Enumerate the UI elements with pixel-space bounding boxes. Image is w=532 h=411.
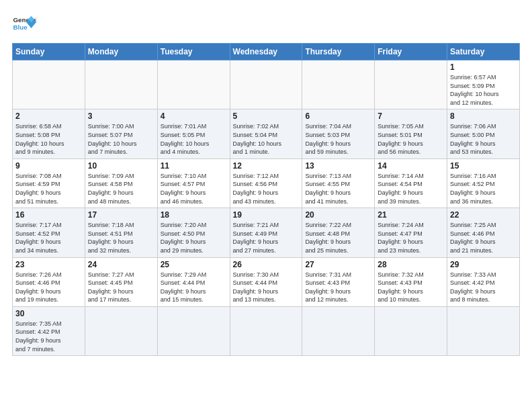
calendar-cell: [302, 306, 375, 355]
calendar-cell: 15Sunrise: 7:16 AM Sunset: 4:52 PM Dayli…: [447, 158, 520, 208]
calendar-cell: 29Sunrise: 7:33 AM Sunset: 4:42 PM Dayli…: [447, 257, 520, 306]
day-number: 21: [378, 210, 444, 220]
day-number: 5: [233, 111, 300, 121]
calendar-cell: [375, 60, 447, 109]
calendar-cell: [13, 60, 85, 109]
calendar-cell: 25Sunrise: 7:29 AM Sunset: 4:44 PM Dayli…: [157, 257, 230, 306]
calendar-cell: [230, 60, 302, 109]
day-number: 12: [233, 161, 300, 171]
day-info: Sunrise: 7:29 AM Sunset: 4:44 PM Dayligh…: [161, 271, 227, 304]
day-info: Sunrise: 7:13 AM Sunset: 4:55 PM Dayligh…: [305, 172, 371, 205]
calendar-cell: 1Sunrise: 6:57 AM Sunset: 5:09 PM Daylig…: [447, 60, 520, 109]
calendar-cell: 18Sunrise: 7:20 AM Sunset: 4:50 PM Dayli…: [157, 208, 230, 257]
weekday-header-tuesday: Tuesday: [157, 44, 230, 60]
day-info: Sunrise: 7:26 AM Sunset: 4:46 PM Dayligh…: [15, 271, 82, 304]
calendar-row-3: 16Sunrise: 7:17 AM Sunset: 4:52 PM Dayli…: [13, 208, 520, 257]
calendar-cell: 27Sunrise: 7:31 AM Sunset: 4:43 PM Dayli…: [302, 257, 375, 306]
day-info: Sunrise: 7:09 AM Sunset: 4:58 PM Dayligh…: [88, 172, 154, 205]
calendar-cell: 14Sunrise: 7:14 AM Sunset: 4:54 PM Dayli…: [375, 158, 447, 208]
day-info: Sunrise: 7:02 AM Sunset: 5:04 PM Dayligh…: [233, 122, 300, 156]
day-number: 17: [88, 210, 154, 220]
calendar-cell: 6Sunrise: 7:04 AM Sunset: 5:03 PM Daylig…: [302, 109, 375, 158]
calendar-cell: 13Sunrise: 7:13 AM Sunset: 4:55 PM Dayli…: [302, 158, 375, 208]
day-info: Sunrise: 7:06 AM Sunset: 5:00 PM Dayligh…: [450, 122, 517, 156]
day-number: 29: [450, 260, 517, 269]
day-info: Sunrise: 7:35 AM Sunset: 4:42 PM Dayligh…: [15, 320, 82, 353]
day-info: Sunrise: 7:24 AM Sunset: 4:47 PM Dayligh…: [378, 221, 444, 255]
calendar-cell: 30Sunrise: 7:35 AM Sunset: 4:42 PM Dayli…: [13, 306, 85, 355]
weekday-header-saturday: Saturday: [447, 44, 520, 60]
calendar-cell: 11Sunrise: 7:10 AM Sunset: 4:57 PM Dayli…: [157, 158, 230, 208]
calendar-cell: [85, 306, 157, 355]
day-number: 20: [305, 210, 371, 220]
day-number: 1: [450, 62, 517, 72]
calendar-cell: [157, 306, 230, 355]
calendar-cell: 12Sunrise: 7:12 AM Sunset: 4:56 PM Dayli…: [230, 158, 302, 208]
calendar-cell: [375, 306, 447, 355]
day-number: 2: [15, 111, 82, 121]
day-info: Sunrise: 7:31 AM Sunset: 4:43 PM Dayligh…: [305, 271, 371, 304]
day-info: Sunrise: 7:05 AM Sunset: 5:01 PM Dayligh…: [378, 122, 444, 156]
day-info: Sunrise: 7:32 AM Sunset: 4:43 PM Dayligh…: [378, 271, 444, 304]
calendar-cell: 17Sunrise: 7:18 AM Sunset: 4:51 PM Dayli…: [85, 208, 157, 257]
day-info: Sunrise: 7:00 AM Sunset: 5:07 PM Dayligh…: [88, 122, 154, 156]
weekday-header-monday: Monday: [85, 44, 157, 60]
day-info: Sunrise: 7:25 AM Sunset: 4:46 PM Dayligh…: [450, 221, 517, 255]
day-info: Sunrise: 7:01 AM Sunset: 5:05 PM Dayligh…: [161, 122, 227, 156]
day-info: Sunrise: 7:08 AM Sunset: 4:59 PM Dayligh…: [15, 172, 82, 205]
day-info: Sunrise: 7:12 AM Sunset: 4:56 PM Dayligh…: [233, 172, 300, 205]
day-number: 10: [88, 161, 154, 171]
calendar-cell: [85, 60, 157, 109]
day-info: Sunrise: 7:27 AM Sunset: 4:45 PM Dayligh…: [88, 271, 154, 304]
day-number: 23: [15, 260, 82, 269]
day-number: 19: [233, 210, 300, 220]
day-info: Sunrise: 6:57 AM Sunset: 5:09 PM Dayligh…: [450, 73, 517, 107]
day-info: Sunrise: 7:04 AM Sunset: 5:03 PM Dayligh…: [305, 122, 371, 156]
weekday-header-thursday: Thursday: [302, 44, 375, 60]
day-number: 9: [15, 161, 82, 171]
calendar-cell: 19Sunrise: 7:21 AM Sunset: 4:49 PM Dayli…: [230, 208, 302, 257]
day-number: 15: [450, 161, 517, 171]
day-number: 30: [15, 309, 82, 318]
weekday-header-row: SundayMondayTuesdayWednesdayThursdayFrid…: [13, 44, 520, 60]
day-number: 8: [450, 111, 517, 121]
day-number: 16: [15, 210, 82, 220]
day-info: Sunrise: 7:16 AM Sunset: 4:52 PM Dayligh…: [450, 172, 517, 205]
calendar-cell: [230, 306, 302, 355]
calendar-cell: 26Sunrise: 7:30 AM Sunset: 4:44 PM Dayli…: [230, 257, 302, 306]
svg-text:Blue: Blue: [13, 24, 28, 31]
calendar-cell: 21Sunrise: 7:24 AM Sunset: 4:47 PM Dayli…: [375, 208, 447, 257]
calendar-cell: [447, 306, 520, 355]
logo: General Blue: [12, 12, 36, 36]
day-number: 11: [161, 161, 227, 171]
day-number: 26: [233, 260, 300, 269]
day-info: Sunrise: 7:17 AM Sunset: 4:52 PM Dayligh…: [15, 221, 82, 255]
day-number: 28: [378, 260, 444, 269]
day-number: 4: [161, 111, 227, 121]
calendar-cell: 22Sunrise: 7:25 AM Sunset: 4:46 PM Dayli…: [447, 208, 520, 257]
weekday-header-sunday: Sunday: [13, 44, 85, 60]
header: General Blue: [12, 12, 520, 36]
day-info: Sunrise: 7:18 AM Sunset: 4:51 PM Dayligh…: [88, 221, 154, 255]
calendar-cell: 24Sunrise: 7:27 AM Sunset: 4:45 PM Dayli…: [85, 257, 157, 306]
weekday-header-wednesday: Wednesday: [230, 44, 302, 60]
day-info: Sunrise: 7:30 AM Sunset: 4:44 PM Dayligh…: [233, 271, 300, 304]
day-info: Sunrise: 7:22 AM Sunset: 4:48 PM Dayligh…: [305, 221, 371, 255]
calendar-cell: 7Sunrise: 7:05 AM Sunset: 5:01 PM Daylig…: [375, 109, 447, 158]
calendar-cell: 5Sunrise: 7:02 AM Sunset: 5:04 PM Daylig…: [230, 109, 302, 158]
generalblue-logo-icon: General Blue: [12, 12, 36, 36]
day-number: 27: [305, 260, 371, 269]
calendar-cell: 20Sunrise: 7:22 AM Sunset: 4:48 PM Dayli…: [302, 208, 375, 257]
calendar-cell: 23Sunrise: 7:26 AM Sunset: 4:46 PM Dayli…: [13, 257, 85, 306]
calendar-cell: 28Sunrise: 7:32 AM Sunset: 4:43 PM Dayli…: [375, 257, 447, 306]
day-info: Sunrise: 7:20 AM Sunset: 4:50 PM Dayligh…: [161, 221, 227, 255]
calendar-cell: [302, 60, 375, 109]
day-number: 24: [88, 260, 154, 269]
calendar-cell: 9Sunrise: 7:08 AM Sunset: 4:59 PM Daylig…: [13, 158, 85, 208]
calendar-row-4: 23Sunrise: 7:26 AM Sunset: 4:46 PM Dayli…: [13, 257, 520, 306]
day-info: Sunrise: 6:58 AM Sunset: 5:08 PM Dayligh…: [15, 122, 82, 156]
day-info: Sunrise: 7:21 AM Sunset: 4:49 PM Dayligh…: [233, 221, 300, 255]
day-number: 6: [305, 111, 371, 121]
calendar-cell: 2Sunrise: 6:58 AM Sunset: 5:08 PM Daylig…: [13, 109, 85, 158]
day-number: 3: [88, 111, 154, 121]
